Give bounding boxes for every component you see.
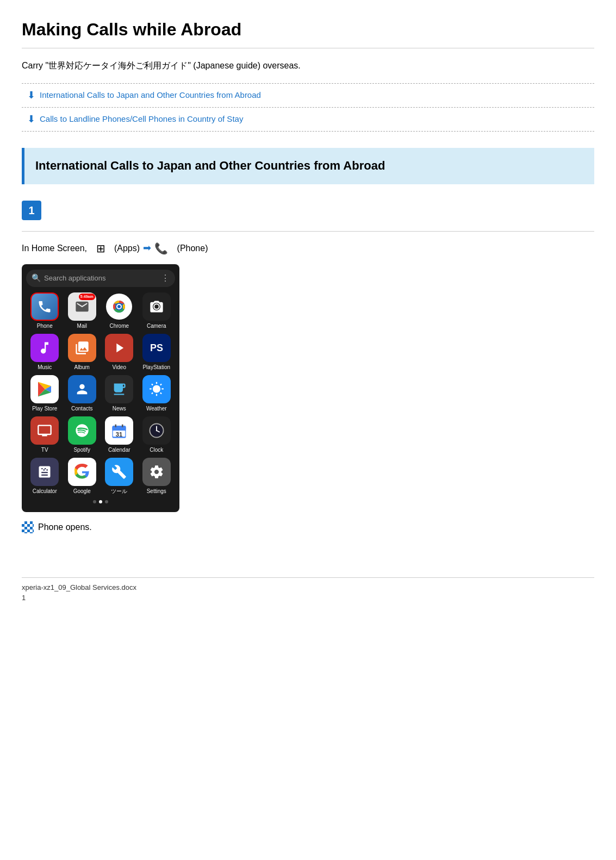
section-heading-1: International Calls to Japan and Other C…	[22, 148, 594, 184]
news-app-label: News	[113, 406, 126, 412]
app-item-settings[interactable]: Settings	[140, 458, 173, 495]
weather-app-icon	[142, 375, 171, 403]
camera-app-icon	[142, 292, 171, 321]
album-app-icon	[68, 334, 96, 362]
spotify-app-icon	[68, 416, 96, 445]
phone-app-label: Phone	[37, 323, 53, 329]
tool-app-icon	[105, 458, 133, 486]
dot-1	[93, 500, 96, 503]
app-item-playstore[interactable]: Play Store	[28, 375, 61, 412]
album-app-label: Album	[74, 364, 90, 371]
toc-label-2: Calls to Landline Phones/Cell Phones in …	[40, 113, 243, 126]
toc-item-1[interactable]: ⬇ International Calls to Japan and Other…	[22, 84, 594, 108]
phone-dots	[26, 500, 175, 503]
mail-app-label: Mail	[77, 323, 87, 329]
toc-item-2[interactable]: ⬇ Calls to Landline Phones/Cell Phones i…	[22, 108, 594, 132]
tv-app-icon	[30, 416, 59, 445]
playstore-app-icon	[30, 375, 59, 403]
app-item-album[interactable]: Album	[66, 334, 99, 371]
phone-app-icon	[30, 292, 59, 321]
camera-app-label: Camera	[147, 323, 166, 329]
news-app-icon	[105, 375, 133, 403]
video-app-icon	[105, 334, 133, 362]
app-item-calendar[interactable]: 31 Calendar	[103, 416, 136, 453]
clock-app-icon	[142, 416, 171, 445]
svg-rect-8	[113, 428, 126, 430]
step-1-instruction: In Home Screen, ⊞ (Apps) ➡ 📞 (Phone)	[22, 240, 594, 257]
search-text: Search applications	[44, 273, 161, 284]
settings-app-label: Settings	[147, 488, 166, 495]
toc-arrow-2: ⬇	[27, 112, 35, 127]
app-item-music[interactable]: Music	[28, 334, 61, 371]
app-item-weather[interactable]: Weather	[140, 375, 173, 412]
settings-app-icon	[142, 458, 171, 486]
phone-opens-icon	[22, 521, 34, 533]
phone-opens-row: Phone opens.	[22, 521, 594, 534]
apps-icon: ⊞	[96, 240, 105, 257]
music-app-label: Music	[38, 364, 52, 371]
intro-text: Carry "世界対応ケータイ海外ご利用ガイド" (Japanese guide…	[22, 59, 594, 72]
app-item-tv[interactable]: TV	[28, 416, 61, 453]
calculator-app-icon	[30, 458, 59, 486]
svg-point-17	[156, 430, 158, 432]
dot-3	[105, 500, 108, 503]
app-item-calculator[interactable]: Calculator	[28, 458, 61, 495]
music-app-icon	[30, 334, 59, 362]
app-item-playstation[interactable]: PS PlayStation	[140, 334, 173, 371]
svg-text:PS: PS	[150, 342, 163, 353]
app-item-clock[interactable]: Clock	[140, 416, 173, 453]
toc-container: ⬇ International Calls to Japan and Other…	[22, 83, 594, 132]
contacts-app-label: Contacts	[71, 406, 92, 412]
search-icon: 🔍	[32, 272, 41, 284]
mail-app-icon: 5:49am	[68, 292, 96, 321]
menu-icon: ⋮	[161, 272, 170, 285]
tv-app-label: TV	[41, 447, 48, 453]
footer-filename: xperia-xz1_09_Global Services.docx	[22, 582, 594, 593]
apps-grid: Phone 5:49am Mail	[26, 292, 175, 495]
app-item-phone[interactable]: Phone	[28, 292, 61, 329]
playstore-app-label: Play Store	[32, 406, 57, 412]
step-divider	[22, 231, 594, 232]
calendar-app-label: Calendar	[108, 447, 130, 453]
app-item-mail[interactable]: 5:49am Mail	[66, 292, 99, 329]
calendar-app-icon: 31	[105, 416, 133, 445]
playstation-app-label: PlayStation	[142, 364, 170, 371]
app-item-google[interactable]: Google	[66, 458, 99, 495]
tool-app-label: ツール	[111, 488, 127, 495]
svg-text:31: 31	[116, 431, 123, 438]
clock-app-label: Clock	[150, 447, 163, 453]
app-item-tool[interactable]: ツール	[103, 458, 136, 495]
contacts-app-icon	[68, 375, 96, 403]
google-app-icon	[68, 458, 96, 486]
app-item-spotify[interactable]: Spotify	[66, 416, 99, 453]
chrome-app-label: Chrome	[109, 323, 129, 329]
toc-arrow-1: ⬇	[27, 88, 35, 103]
google-app-label: Google	[73, 488, 91, 495]
phone-inline-icon: 📞	[154, 240, 168, 257]
instruction-apps: (Apps)	[114, 242, 140, 255]
dot-2	[99, 500, 102, 503]
step-1-badge: 1	[22, 201, 594, 226]
footer: xperia-xz1_09_Global Services.docx 1	[22, 577, 594, 603]
app-item-camera[interactable]: Camera	[140, 292, 173, 329]
app-item-news[interactable]: News	[103, 375, 136, 412]
video-app-label: Video	[113, 364, 126, 371]
playstation-app-icon: PS	[142, 334, 171, 362]
weather-app-label: Weather	[146, 406, 167, 412]
footer-page: 1	[22, 593, 594, 603]
calculator-app-label: Calculator	[33, 488, 57, 495]
page-title: Making Calls while Abroad	[22, 16, 594, 48]
phone-opens-text: Phone opens.	[38, 521, 92, 534]
instruction-prefix: In Home Screen,	[22, 242, 87, 255]
arrow-icon: ➡	[143, 241, 151, 255]
svg-point-4	[117, 305, 121, 308]
toc-label-1: International Calls to Japan and Other C…	[40, 89, 261, 102]
app-item-chrome[interactable]: Chrome	[103, 292, 136, 329]
phone-screenshot: 🔍 Search applications ⋮ Phone 5:49am Mai…	[22, 264, 179, 512]
spotify-app-label: Spotify	[73, 447, 90, 453]
phone-search-bar: 🔍 Search applications ⋮	[26, 270, 175, 287]
app-item-video[interactable]: Video	[103, 334, 136, 371]
chrome-app-icon	[105, 292, 133, 321]
app-item-contacts[interactable]: Contacts	[66, 375, 99, 412]
instruction-phone: (Phone)	[177, 242, 208, 255]
